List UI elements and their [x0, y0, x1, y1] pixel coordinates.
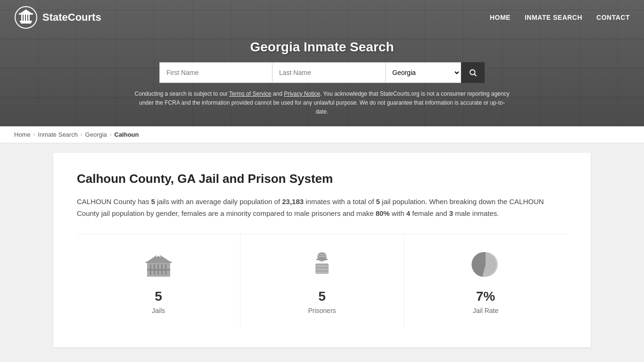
search-button[interactable]: [461, 62, 485, 83]
svg-rect-6: [28, 14, 30, 21]
breadcrumb-sep-3: ›: [110, 132, 112, 137]
jails-count-inline: 5: [151, 197, 155, 206]
svg-rect-24: [319, 254, 326, 255]
breadcrumb-current: Calhoun: [115, 131, 139, 138]
stat-jails: 5 Jails: [77, 234, 240, 329]
breadcrumb-inmate-search[interactable]: Inmate Search: [38, 131, 78, 138]
logo-icon: [14, 6, 38, 29]
nav-home[interactable]: HOME: [490, 14, 511, 21]
prisoner-icon: [307, 248, 338, 281]
prisoners-stat-number: 5: [318, 289, 326, 304]
state-select[interactable]: Select State Alabama Alaska Arizona Arka…: [386, 62, 461, 83]
county-title: Calhoun County, GA Jail and Prison Syste…: [77, 172, 567, 186]
last-name-input[interactable]: [272, 62, 386, 83]
logo-text: StateCourts: [42, 11, 101, 24]
svg-rect-5: [26, 14, 27, 21]
breadcrumb-sep-2: ›: [81, 132, 83, 137]
header: StateCourts HOME INMATE SEARCH CONTACT G…: [0, 0, 644, 126]
logo[interactable]: StateCourts: [14, 6, 101, 29]
privacy-link[interactable]: Privacy Notice: [284, 90, 320, 97]
first-name-input[interactable]: [159, 62, 272, 83]
piechart-icon: [471, 248, 501, 281]
svg-rect-29: [315, 272, 329, 273]
stats-row: 5 Jails: [77, 234, 567, 329]
disclaimer: Conducting a search is subject to our Te…: [133, 90, 511, 117]
jail-rate-stat-number: 7%: [476, 289, 495, 304]
svg-line-10: [474, 74, 476, 76]
search-form: Select State Alabama Alaska Arizona Arka…: [9, 62, 635, 83]
jail-icon: [143, 248, 174, 281]
county-description: CALHOUN County has 5 jails with an avera…: [77, 196, 567, 220]
nav-bar: StateCourts HOME INMATE SEARCH CONTACT: [0, 0, 644, 35]
svg-rect-2: [21, 22, 31, 24]
female-count-inline: 4: [406, 209, 410, 217]
page-title: Georgia Inmate Search: [9, 40, 635, 55]
total-pop-inline: 5: [376, 197, 380, 206]
header-content: Georgia Inmate Search Select State Alaba…: [0, 35, 644, 126]
breadcrumb-state[interactable]: Georgia: [85, 131, 107, 138]
jails-stat-label: Jails: [152, 307, 165, 314]
prisoners-stat-label: Prisoners: [308, 307, 336, 314]
breadcrumb-sep-1: ›: [33, 132, 35, 137]
female-pct-inline: 80%: [376, 209, 390, 217]
stat-prisoners: 5 Prisoners: [240, 234, 404, 329]
jails-stat-number: 5: [155, 289, 162, 304]
nav-contact[interactable]: CONTACT: [596, 14, 630, 21]
search-icon: [469, 68, 477, 77]
svg-rect-8: [19, 13, 33, 15]
content-card: Calhoun County, GA Jail and Prison Syste…: [53, 153, 591, 347]
svg-rect-3: [21, 14, 23, 21]
breadcrumb-home[interactable]: Home: [14, 131, 31, 138]
svg-rect-1: [20, 21, 32, 22]
svg-rect-28: [315, 269, 329, 270]
main-content: Calhoun County, GA Jail and Prison Syste…: [39, 143, 605, 357]
breadcrumb: Home › Inmate Search › Georgia › Calhoun: [0, 126, 644, 143]
avg-pop-inline: 23,183: [282, 197, 304, 206]
svg-rect-17: [147, 269, 170, 271]
nav-links: HOME INMATE SEARCH CONTACT: [490, 14, 630, 21]
nav-inmate-search[interactable]: INMATE SEARCH: [525, 14, 582, 21]
svg-rect-27: [315, 265, 329, 267]
svg-rect-20: [146, 262, 172, 263]
svg-rect-4: [24, 14, 25, 21]
terms-link[interactable]: Terms of Service: [229, 90, 271, 97]
stat-jail-rate: 7% Jail Rate: [404, 234, 567, 329]
svg-rect-25: [319, 256, 326, 257]
jail-rate-stat-label: Jail Rate: [473, 307, 498, 314]
svg-point-9: [470, 70, 475, 75]
male-count-inline: 3: [449, 209, 453, 217]
